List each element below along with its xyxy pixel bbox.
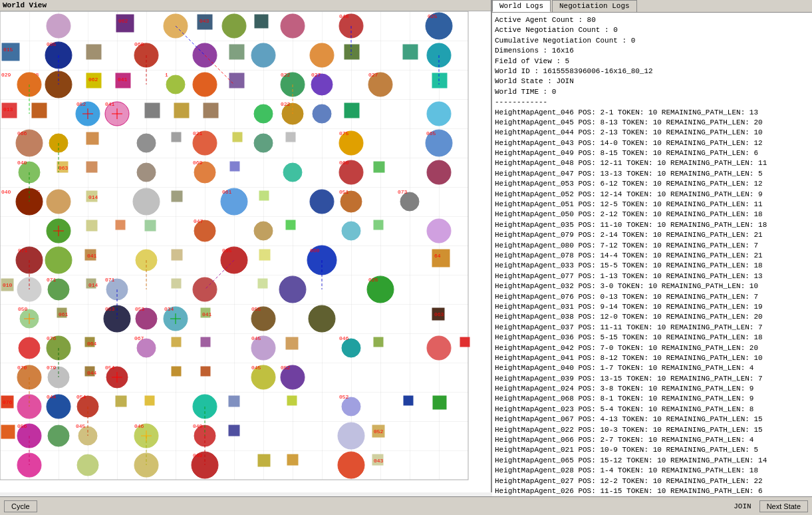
svg-text:046: 046 [134,423,144,429]
svg-text:014: 014 [88,194,98,200]
svg-point-96 [47,190,70,214]
log-line: HeightMapAgent_049 POS: 8-15 TOKEN: 10 R… [495,148,809,158]
svg-rect-55 [145,103,160,118]
svg-text:015: 015 [3,47,13,53]
log-line: HeightMapAgent_067 POS: 4-13 TOKEN: 10 R… [495,415,809,425]
svg-text:063: 063 [59,165,68,171]
svg-text:021: 021 [193,130,203,136]
svg-rect-57 [203,103,218,118]
svg-point-171 [137,339,156,357]
svg-rect-50 [32,103,47,118]
svg-rect-72 [233,132,242,142]
svg-text:054: 054 [76,394,86,400]
svg-text:022: 022 [281,72,291,78]
svg-rect-204 [116,396,126,407]
svg-text:053: 053 [135,306,145,312]
svg-text:052: 052 [281,365,291,371]
svg-rect-129 [259,250,270,260]
svg-text:073: 073 [398,189,408,195]
svg-text:045: 045 [251,335,261,341]
svg-rect-180 [374,337,383,347]
svg-text:064: 064 [87,341,97,347]
svg-rect-191 [172,367,181,376]
svg-rect-173 [172,337,181,347]
svg-text:025: 025 [428,13,438,19]
svg-rect-23 [229,45,244,59]
svg-text:066: 066 [17,130,27,136]
log-line: HeightMapAgent_080 POS: 7-12 TOKEN: 10 R… [495,241,809,251]
log-line: World State : JOIN [495,77,809,86]
log-line: HeightMapAgent_048 POS: 12-11 TOKEN: 10 … [495,158,809,168]
svg-point-24 [251,43,275,67]
tab-world-logs[interactable]: World Logs [492,0,551,12]
svg-point-39 [193,73,217,96]
svg-text:061: 061 [59,311,68,317]
svg-text:040: 040 [17,160,27,166]
svg-rect-47 [432,73,447,88]
log-line: HeightMapAgent_038 POS: 12-0 TOKEN: 10 R… [495,312,809,322]
svg-point-25 [310,43,334,67]
svg-point-58 [254,104,273,123]
log-content[interactable]: Active Agent Count : 80Active Negotiatio… [492,13,812,496]
svg-rect-87 [230,162,239,171]
svg-text:034: 034 [164,306,174,312]
svg-text:041: 041 [118,77,128,83]
svg-point-181 [427,336,451,360]
svg-text:047: 047 [194,218,203,224]
log-line: HeightMapAgent_026 POS: 11-15 TOKEN: 10 … [495,486,809,496]
svg-rect-232 [258,454,270,466]
svg-rect-177 [286,337,298,349]
svg-rect-83 [86,162,97,172]
svg-rect-213 [1,425,15,438]
svg-rect-174 [201,337,210,347]
svg-point-224 [338,423,364,449]
log-line: HeightMapAgent_032 POS: 3-0 TOKEN: 10 RE… [495,281,809,291]
log-line: HeightMapAgent_050 POS: 2-12 TOKEN: 10 R… [495,210,809,220]
svg-text:068: 068 [134,41,144,47]
tab-negotiation-logs[interactable]: Negotiation Logs [552,0,637,12]
svg-text:079: 079 [47,365,57,371]
svg-rect-126 [172,250,182,260]
svg-text:075: 075 [339,130,349,136]
svg-rect-116 [286,220,295,230]
svg-text:022: 022 [281,101,291,107]
svg-text:071: 071 [18,248,28,254]
bottom-bar: Cycle JOIN Next State [0,496,812,515]
svg-text:076: 076 [3,399,13,405]
log-line: Dimensions : 16x16 [495,46,809,56]
svg-point-163 [309,305,335,332]
svg-rect-56 [174,103,189,118]
svg-text:045: 045 [251,365,261,371]
svg-rect-27 [403,45,418,59]
svg-text:045: 045 [76,423,86,429]
svg-text:027: 027 [311,72,321,78]
log-line: Active Negotiation Count : 0 [495,25,809,35]
svg-rect-100 [172,191,182,202]
svg-text:069: 069 [193,160,203,166]
svg-rect-207 [229,396,239,407]
svg-text:040: 040 [1,189,11,195]
svg-rect-111 [116,220,125,230]
svg-text:054: 054 [105,365,115,371]
cycle-button[interactable]: Cycle [4,500,37,512]
log-line: HeightMapAgent_076 POS: 0-13 TOKEN: 10 R… [495,292,809,302]
svg-text:044: 044 [47,394,57,400]
svg-text:026: 026 [368,277,378,283]
svg-text:043: 043 [374,458,384,464]
svg-text:056: 056 [17,423,27,429]
svg-text:071: 071 [105,277,115,283]
world-grid-svg: 062 043 048 025 015 005 068 [0,11,492,487]
svg-rect-26 [344,45,359,59]
log-line: Field of View : 5 [495,57,809,67]
tabs-bar: World Logs Negotiation Logs [492,0,812,13]
world-view: World View 062 043 [0,0,492,492]
world-view-title: World View [0,0,491,11]
svg-point-234 [338,452,364,478]
svg-text:010: 010 [3,282,13,288]
log-line: HeightMapAgent_036 POS: 5-15 TOKEN: 10 R… [495,333,809,343]
svg-rect-62 [344,103,359,118]
log-line: HeightMapAgent_078 POS: 14-4 TOKEN: 10 R… [495,251,809,261]
next-state-button[interactable]: Next State [759,500,808,512]
log-line: HeightMapAgent_043 POS: 14-0 TOKEN: 10 R… [495,138,809,148]
svg-text:041: 041 [87,253,97,259]
